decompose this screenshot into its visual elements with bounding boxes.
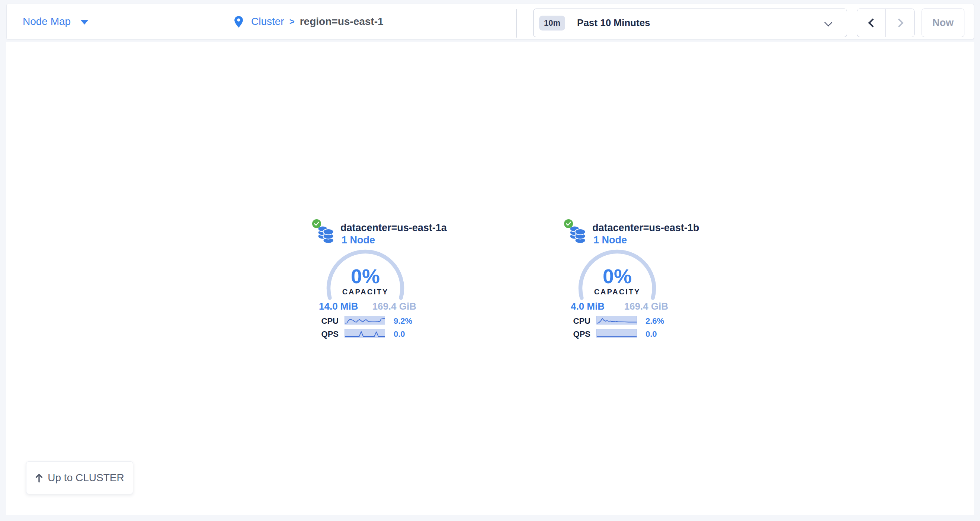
time-nav-group bbox=[857, 8, 915, 37]
time-next-button[interactable] bbox=[886, 9, 914, 37]
breadcrumb-current: region=us-east-1 bbox=[300, 16, 383, 27]
datacenter-title: datacenter=us-east-1b bbox=[592, 222, 711, 234]
topbar-divider bbox=[516, 9, 517, 38]
capacity-label: CAPACITY bbox=[310, 288, 421, 296]
metric-row: CPU 2.6% bbox=[562, 316, 673, 325]
metric-sparkline bbox=[345, 316, 385, 325]
time-window-label: Past 10 Minutes bbox=[577, 17, 651, 29]
capacity-total: 169.4 GiB bbox=[372, 301, 416, 312]
up-to-cluster-button[interactable]: Up to CLUSTER bbox=[26, 462, 133, 494]
metric-value: 2.6% bbox=[646, 316, 664, 326]
metric-value: 0.0 bbox=[394, 329, 405, 339]
metric-label: CPU bbox=[562, 316, 590, 326]
node-count: 1 Node bbox=[342, 234, 375, 246]
datacenter-card[interactable]: datacenter=us-east-1b 1 Node 0% CAPACITY… bbox=[562, 217, 673, 345]
capacity-total: 169.4 GiB bbox=[624, 301, 668, 312]
view-switcher-label: Node Map bbox=[23, 16, 71, 27]
health-check-icon bbox=[564, 219, 573, 228]
metric-label: CPU bbox=[310, 316, 339, 326]
datacenter-card[interactable]: datacenter=us-east-1a 1 Node 0% CAPACITY… bbox=[310, 217, 421, 345]
capacity-values: 14.0 MiB 169.4 GiB bbox=[319, 301, 416, 312]
location-pin-icon bbox=[234, 16, 243, 27]
breadcrumb-separator: > bbox=[290, 16, 295, 27]
metric-value: 9.2% bbox=[394, 316, 412, 326]
up-to-cluster-label: Up to CLUSTER bbox=[48, 472, 124, 484]
breadcrumb-root-link[interactable]: Cluster bbox=[251, 16, 284, 27]
metric-sparkline bbox=[345, 329, 385, 338]
metric-row: QPS 0.0 bbox=[562, 329, 673, 338]
capacity-values: 4.0 MiB 169.4 GiB bbox=[571, 301, 668, 312]
capacity-used: 14.0 MiB bbox=[319, 301, 358, 312]
breadcrumb: Cluster > region=us-east-1 bbox=[234, 4, 383, 39]
metric-label: QPS bbox=[310, 329, 339, 339]
metric-label: QPS bbox=[562, 329, 590, 339]
capacity-percent: 0% bbox=[562, 266, 673, 287]
time-window-select[interactable]: 10m Past 10 Minutes bbox=[533, 8, 847, 37]
time-prev-button[interactable] bbox=[857, 9, 886, 37]
now-button[interactable]: Now bbox=[921, 8, 964, 37]
caret-down-icon bbox=[80, 20, 89, 25]
top-bar: Node Map Cluster > region=us-east-1 10m … bbox=[6, 4, 974, 40]
metric-row: QPS 0.0 bbox=[310, 329, 421, 338]
health-check-icon bbox=[312, 219, 321, 228]
metric-row: CPU 9.2% bbox=[310, 316, 421, 325]
chevron-down-icon bbox=[824, 19, 832, 26]
metric-sparkline bbox=[597, 316, 637, 325]
time-window-badge: 10m bbox=[539, 16, 565, 30]
capacity-percent: 0% bbox=[310, 266, 421, 287]
capacity-label: CAPACITY bbox=[562, 288, 673, 296]
chevron-right-icon bbox=[894, 18, 904, 27]
chevron-left-icon bbox=[868, 18, 877, 27]
view-switcher-dropdown[interactable]: Node Map bbox=[23, 4, 89, 39]
node-count: 1 Node bbox=[593, 234, 627, 246]
metric-sparkline bbox=[597, 329, 637, 338]
capacity-used: 4.0 MiB bbox=[571, 301, 605, 312]
up-arrow-icon bbox=[35, 473, 43, 483]
metric-value: 0.0 bbox=[646, 329, 657, 339]
node-map-canvas: datacenter=us-east-1a 1 Node 0% CAPACITY… bbox=[6, 42, 974, 515]
datacenter-title: datacenter=us-east-1a bbox=[340, 222, 460, 234]
